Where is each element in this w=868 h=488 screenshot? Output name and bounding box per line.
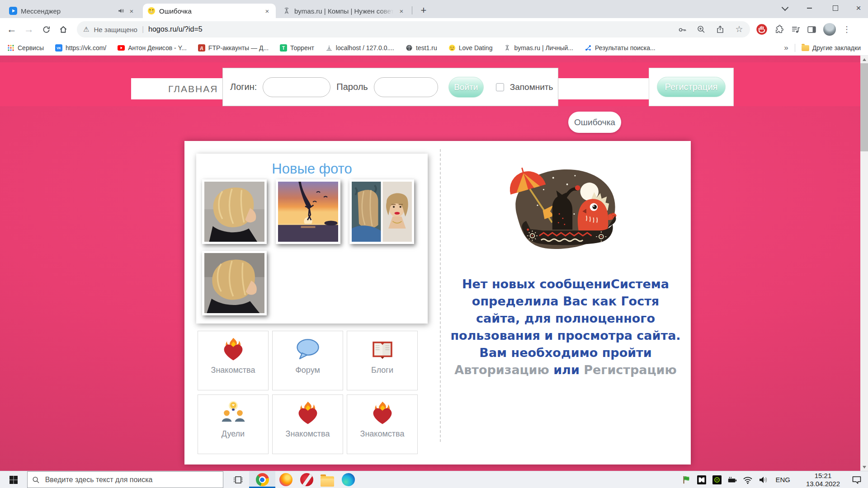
wifi-tray-icon[interactable] — [743, 475, 753, 485]
tab-close-icon[interactable]: × — [397, 7, 406, 15]
menu-tile-blogi[interactable]: Блоги — [347, 331, 418, 390]
remember-label: Запомнить — [510, 82, 553, 92]
refresh-button[interactable] — [39, 22, 53, 37]
bookmark-vk[interactable]: VK https://vk.com/ — [55, 44, 106, 52]
window-close-button[interactable]: × — [849, 0, 868, 16]
ftp-icon: Д — [198, 44, 205, 52]
photo-thumbnail[interactable] — [202, 179, 267, 244]
youtube-icon — [118, 44, 125, 52]
bookmark-bymas[interactable]: bymas.ru | Личный... — [504, 44, 573, 52]
taskbar-explorer-button[interactable] — [317, 471, 338, 488]
menu-tile-znakomstva[interactable]: Знакомства — [198, 331, 269, 390]
window-minimize-button[interactable] — [799, 0, 819, 16]
bookmark-torrent[interactable]: T Торрент — [280, 44, 314, 52]
remember-checkbox[interactable] — [496, 83, 504, 91]
window-maximize-button[interactable] — [826, 0, 845, 16]
profile-avatar[interactable] — [823, 23, 836, 36]
scroll-down-button[interactable] — [860, 463, 868, 471]
scroll-up-button[interactable] — [860, 56, 868, 63]
menu-tile-dueli[interactable]: Дуели — [198, 394, 269, 454]
login-panel: Логин: Пароль Войти Запомнить — [222, 68, 558, 106]
speech-bubble-icon — [295, 337, 321, 363]
playlist-icon[interactable] — [791, 25, 800, 34]
page-scrollbar[interactable] — [860, 56, 868, 471]
adblock-icon[interactable] — [756, 23, 768, 35]
registration-link[interactable]: Регистрацию — [584, 363, 677, 377]
extensions-puzzle-icon[interactable] — [774, 25, 784, 34]
bookmark-youtube[interactable]: Антон Денисов - Y... — [118, 44, 187, 52]
nvidia-tray-icon[interactable] — [712, 475, 722, 485]
home-button[interactable] — [56, 22, 71, 37]
bookmark-star-icon[interactable]: ☆ — [735, 25, 744, 34]
register-button[interactable]: Регистрация — [657, 77, 726, 97]
tab-messenger[interactable]: Мессенджер × — [5, 4, 140, 18]
localhost-icon — [326, 44, 333, 52]
tab-close-icon[interactable]: × — [127, 7, 136, 15]
search-icon — [32, 476, 40, 484]
vk-icon: VK — [55, 44, 62, 52]
zoom-icon[interactable] — [697, 25, 706, 34]
date: 13.04.2022 — [806, 480, 840, 488]
heart-fire-icon — [295, 400, 321, 427]
task-view-button[interactable] — [228, 471, 247, 488]
notification-center-button[interactable] — [852, 471, 862, 488]
bookmark-ftp[interactable]: Д FTP-аккаунты — Д... — [198, 44, 269, 52]
volume-tray-icon[interactable] — [758, 475, 768, 485]
forward-button[interactable]: → — [22, 22, 36, 37]
open-book-icon — [369, 337, 396, 363]
tab-close-icon[interactable]: × — [263, 7, 271, 15]
bookmark-test1[interactable]: test1.ru — [406, 44, 437, 52]
register-card: Регистрация — [649, 68, 734, 106]
taskbar-edge-button[interactable] — [338, 471, 359, 488]
dolby-tray-icon[interactable] — [697, 475, 707, 485]
message-text: Нет новых сообщениСистема определила Вас… — [450, 277, 680, 360]
taskbar-search — [27, 471, 223, 488]
tab-title: bymas.ru | Компы | Нужен совет — [294, 7, 394, 15]
start-button[interactable] — [5, 471, 23, 488]
browser-menu-icon[interactable]: ⋮ — [843, 24, 851, 34]
photo-thumbnail[interactable] — [202, 251, 267, 315]
authorization-link[interactable]: Авторизацию — [454, 363, 549, 377]
menu-tile-znakomstva[interactable]: Знакомства — [347, 394, 418, 454]
taskbar-chrome-button[interactable] — [249, 471, 275, 488]
login-input[interactable] — [263, 77, 330, 97]
language-indicator[interactable]: ENG — [774, 476, 792, 483]
battery-tray-icon[interactable] — [727, 475, 737, 485]
nav-home-link[interactable]: ГЛАВНАЯ — [168, 78, 218, 99]
bookmark-localhost[interactable]: localhost / 127.0.0.... — [326, 44, 394, 52]
url-text[interactable]: hogos.ru/u/?id=5 — [148, 25, 203, 33]
flag-tray-icon[interactable] — [681, 475, 691, 485]
menu-tile-forum[interactable]: Форум — [272, 331, 343, 390]
back-button[interactable]: ← — [5, 22, 19, 37]
address-bar[interactable]: ⚠ Не защищено | hogos.ru/u/?id=5 ☆ — [77, 21, 750, 38]
scrollbar-thumb[interactable] — [860, 63, 868, 151]
taskbar-firefox-button[interactable] — [275, 471, 296, 488]
tab-oshibochka[interactable]: Ошибочка × — [143, 4, 276, 18]
tab-bymas[interactable]: bymas.ru | Компы | Нужен совет × — [278, 4, 410, 18]
bookmark-search-results[interactable]: Результаты поиска... — [585, 44, 656, 52]
menu-tile-znakomstva[interactable]: Знакомства — [272, 394, 343, 454]
bookmark-services[interactable]: Сервисы — [7, 44, 44, 52]
edge-icon — [342, 473, 355, 486]
tab-audio-icon[interactable] — [118, 8, 124, 14]
bookmarks-overflow-icon[interactable]: » — [784, 43, 788, 52]
password-key-icon[interactable] — [678, 25, 687, 34]
guest-message: Нет новых сообщениСистема определила Вас… — [448, 276, 683, 379]
photos-title: Новые фото — [196, 154, 428, 177]
password-input[interactable] — [374, 77, 438, 97]
security-warning-icon[interactable]: ⚠ — [83, 25, 89, 33]
taskbar-clock[interactable]: 15:21 13.04.2022 — [806, 471, 840, 488]
other-bookmarks-button[interactable]: Другие закладки — [802, 44, 861, 52]
apps-grid-icon — [7, 44, 14, 52]
taskbar-ccleaner-button[interactable] — [296, 471, 317, 488]
photo-thumbnail[interactable] — [276, 179, 340, 244]
new-tab-button[interactable]: + — [417, 4, 430, 17]
search-input[interactable] — [44, 475, 218, 484]
window-chevron-icon[interactable] — [776, 0, 794, 16]
sidebar-icon[interactable] — [807, 25, 816, 34]
bookmark-love-dating[interactable]: Love Dating — [448, 44, 493, 52]
smiley-favicon — [147, 7, 156, 15]
photo-thumbnail[interactable] — [349, 179, 414, 244]
login-button[interactable]: Войти — [448, 77, 484, 98]
share-icon[interactable] — [716, 25, 725, 34]
